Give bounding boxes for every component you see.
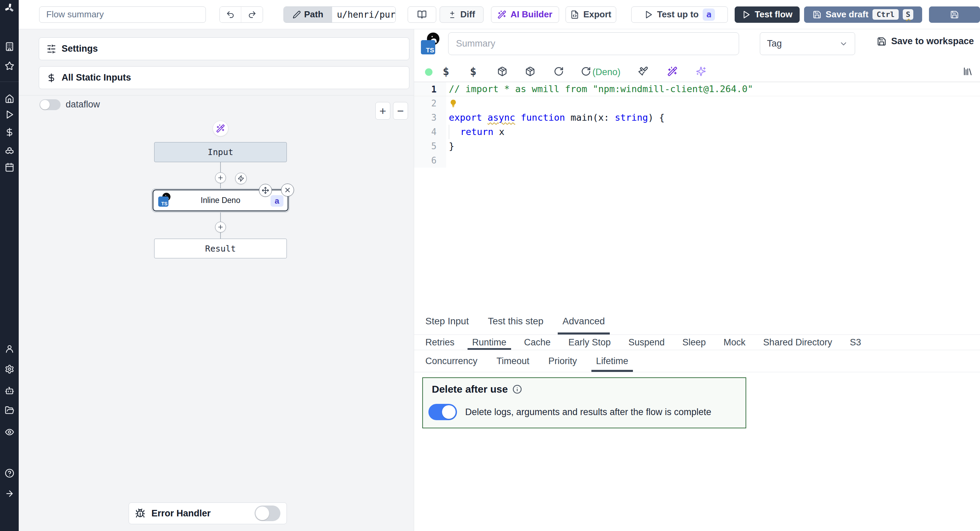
code-line-1[interactable]: 1// import * as wmill from "npm:windmill… <box>414 82 980 96</box>
line-number: 1 <box>414 82 446 96</box>
package-icon[interactable] <box>525 66 535 76</box>
favorites-star-icon[interactable] <box>5 61 14 71</box>
tab-step-input[interactable]: Step Input <box>425 308 469 334</box>
insert-variable-icon[interactable]: $ <box>443 65 449 78</box>
help-circle-icon[interactable] <box>5 468 14 478</box>
tab-suspend[interactable]: Suspend <box>628 335 665 350</box>
code-editor[interactable]: 1// import * as wmill from "npm:windmill… <box>414 82 980 308</box>
kbd-s: S <box>903 9 913 20</box>
tab-retries[interactable]: Retries <box>425 335 455 350</box>
path-value[interactable]: u/henri/pur <box>332 7 395 22</box>
tab-mock[interactable]: Mock <box>724 335 746 350</box>
library-icon[interactable] <box>963 66 973 76</box>
zoom-in-button[interactable]: + <box>375 102 390 120</box>
reload-icon[interactable] <box>554 66 564 76</box>
users-icon[interactable] <box>5 344 14 353</box>
tab-lifetime[interactable]: Lifetime <box>596 350 628 372</box>
tab-runtime[interactable]: Runtime <box>472 335 507 350</box>
tag-select[interactable]: Tag <box>760 32 855 55</box>
tab-s3[interactable]: S3 <box>850 335 861 350</box>
home-icon[interactable] <box>5 94 14 104</box>
node-input[interactable]: Input <box>154 142 287 162</box>
windmill-logo-icon[interactable] <box>5 3 14 13</box>
move-step-button[interactable] <box>259 184 272 197</box>
pencil-icon <box>293 11 301 19</box>
delete-after-use-toggle[interactable] <box>428 404 457 420</box>
code-line-6[interactable]: 6 <box>414 153 980 168</box>
ai-sparkles-icon[interactable] <box>696 66 706 76</box>
diff-button[interactable]: Diff <box>440 6 483 23</box>
code-line-5[interactable]: 5} <box>414 139 980 153</box>
workers-robot-icon[interactable] <box>5 386 14 395</box>
resources-cubes-icon[interactable] <box>5 145 14 155</box>
dollar-icon <box>47 73 56 82</box>
docs-button[interactable] <box>408 6 436 23</box>
ai-flow-wand-button[interactable] <box>213 121 228 136</box>
test-flow-label: Test flow <box>755 9 792 20</box>
schedules-calendar-icon[interactable] <box>5 163 14 172</box>
code-line-3[interactable]: 3export async function main(x: string) { <box>414 111 980 125</box>
code-line-4[interactable]: 4 return x <box>414 125 980 139</box>
expand-arrow-icon[interactable] <box>5 489 14 498</box>
test-flow-button[interactable]: Test flow <box>735 6 799 23</box>
tab-sleep[interactable]: Sleep <box>682 335 706 350</box>
deploy-button[interactable] <box>929 6 980 23</box>
tab-concurrency[interactable]: Concurrency <box>425 350 477 372</box>
typescript-badge: TS <box>158 197 169 207</box>
tab-cache[interactable]: Cache <box>524 335 550 350</box>
node-result[interactable]: Result <box>154 239 287 258</box>
export-button[interactable]: Export <box>566 6 616 23</box>
tab-shared-directory[interactable]: Shared Directory <box>763 335 832 350</box>
edge-input-step2 <box>220 183 221 189</box>
runs-play-icon[interactable] <box>5 110 14 119</box>
insert-resource-icon[interactable]: $ <box>470 65 476 78</box>
delete-step-button[interactable] <box>281 184 294 197</box>
ai-builder-button[interactable]: AI Builder <box>491 6 559 23</box>
kbd-ctrl: Ctrl <box>872 9 899 20</box>
save-draft-label: Save draft <box>826 9 869 20</box>
ai-wand-icon[interactable] <box>667 66 678 76</box>
tab-timeout[interactable]: Timeout <box>496 350 530 372</box>
error-handler-toggle[interactable] <box>255 506 280 521</box>
dataflow-toggle[interactable] <box>40 99 60 110</box>
save-to-workspace-label: Save to workspace <box>891 36 974 47</box>
trigger-zap-button[interactable] <box>235 173 247 184</box>
add-step-button-bottom[interactable] <box>215 222 226 233</box>
folders-icon[interactable] <box>5 406 14 415</box>
save-draft-button[interactable]: Save draft Ctrl S <box>804 6 922 23</box>
flow-graph-panel: Settings All Static Inputs dataflow + − … <box>19 29 414 531</box>
error-handler-label: Error Handler <box>151 508 248 519</box>
variables-dollar-icon[interactable] <box>5 127 14 137</box>
add-step-button-top[interactable] <box>215 172 226 183</box>
error-handler-card[interactable]: Error Handler <box>129 502 287 524</box>
flow-summary-input[interactable] <box>39 6 206 23</box>
save-icon <box>813 10 821 19</box>
package-icon[interactable] <box>497 66 508 76</box>
save-to-workspace-button[interactable]: Save to workspace <box>877 36 974 47</box>
lightbulb-icon[interactable] <box>449 99 458 108</box>
format-brush-icon[interactable] <box>638 66 648 76</box>
tab-test-this-step[interactable]: Test this step <box>488 308 543 334</box>
settings-gear-icon[interactable] <box>5 365 14 374</box>
node-inline-deno-label: Inline Deno <box>201 196 240 205</box>
zoom-out-button[interactable]: − <box>393 102 408 120</box>
chevron-down-icon <box>839 40 848 48</box>
tab-priority[interactable]: Priority <box>549 350 577 372</box>
step-tabs: Step InputTest this stepAdvanced <box>414 308 980 335</box>
workspace-building-icon[interactable] <box>5 42 14 51</box>
flow-settings-button[interactable]: Settings <box>39 37 409 60</box>
audit-eye-icon[interactable] <box>5 427 14 437</box>
tab-early-stop[interactable]: Early Stop <box>568 335 611 350</box>
undo-button[interactable] <box>220 7 242 22</box>
test-up-to-button[interactable]: Test up to a <box>631 6 728 23</box>
reload-lang-icon[interactable] <box>581 66 591 76</box>
path-button[interactable]: Path <box>284 7 332 22</box>
all-static-inputs-button[interactable]: All Static Inputs <box>39 66 409 89</box>
redo-button[interactable] <box>241 7 263 22</box>
code-line-2[interactable]: 2 <box>414 96 980 111</box>
step-summary-input[interactable] <box>448 32 739 55</box>
test-up-to-step-badge: a <box>703 8 715 21</box>
info-icon <box>512 385 522 394</box>
tab-advanced[interactable]: Advanced <box>563 308 605 334</box>
ai-builder-label: AI Builder <box>511 9 552 20</box>
